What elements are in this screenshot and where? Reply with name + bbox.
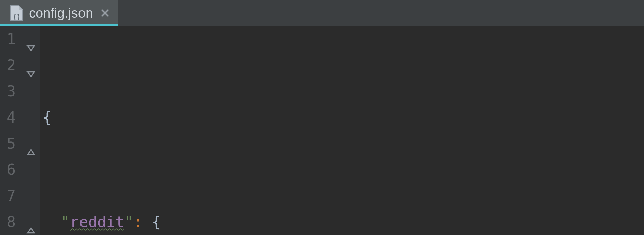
line-number: 7 — [7, 183, 16, 209]
json-file-icon: {} — [9, 5, 23, 21]
file-tab-config-json[interactable]: {} config.json — [0, 0, 118, 26]
svg-text:{}: {} — [13, 13, 21, 21]
fold-toggle-icon[interactable] — [26, 34, 35, 43]
line-number-gutter: 1 2 3 4 5 6 7 8 — [0, 26, 22, 235]
code-body[interactable]: { "reddit": { "client-id": "[reddit-clie… — [40, 26, 644, 235]
code-line: { — [43, 104, 644, 131]
file-tab-label: config.json — [29, 6, 93, 21]
code-line: "reddit": { — [43, 209, 644, 235]
line-number: 8 — [7, 209, 16, 235]
fold-end-icon[interactable] — [26, 139, 35, 147]
json-key: reddit — [70, 209, 124, 235]
fold-gutter — [22, 26, 40, 235]
brace-open: { — [152, 209, 161, 235]
line-number: 3 — [7, 78, 16, 104]
fold-toggle-icon[interactable] — [26, 60, 35, 69]
line-number: 2 — [7, 52, 16, 78]
editor-tabbar: {} config.json — [0, 0, 644, 26]
line-number: 1 — [7, 26, 16, 52]
line-number: 6 — [7, 157, 16, 183]
line-number: 4 — [7, 104, 16, 131]
fold-end-icon[interactable] — [26, 217, 35, 226]
line-number: 5 — [7, 131, 16, 157]
code-editor[interactable]: 1 2 3 4 5 6 7 8 { "reddit": { "client-id… — [0, 26, 644, 235]
close-tab-button[interactable] — [100, 8, 110, 18]
brace-open: { — [43, 104, 52, 131]
